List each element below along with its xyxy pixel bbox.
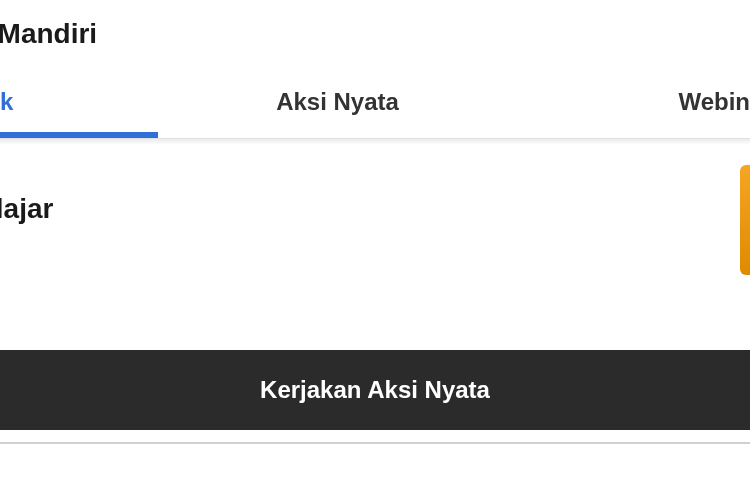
tab-aksi-nyata[interactable]: Aksi Nyata <box>150 74 525 138</box>
tab-active[interactable]: k <box>0 74 150 138</box>
content-area: Belajar <box>0 145 750 225</box>
tab-webinar[interactable]: Webin <box>525 74 750 138</box>
content-title: Belajar <box>0 193 750 225</box>
tabs: k Aksi Nyata Webin <box>0 74 750 139</box>
thumbnail-edge <box>740 165 750 275</box>
divider <box>0 442 750 444</box>
page-title: han Mandiri <box>0 0 750 74</box>
cta-kerjakan-aksi-nyata[interactable]: Kerjakan Aksi Nyata <box>0 350 750 430</box>
